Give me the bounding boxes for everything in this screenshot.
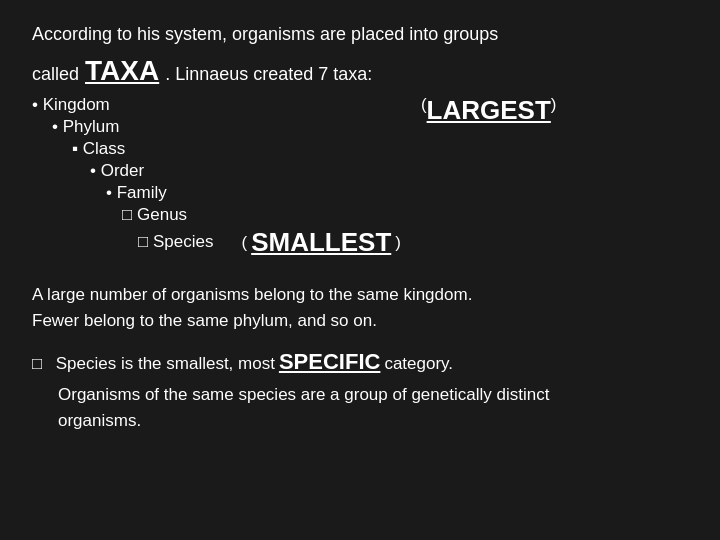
taxa-word: TAXA bbox=[85, 55, 159, 87]
called-text: called bbox=[32, 64, 79, 85]
phylum-label: Phylum bbox=[63, 117, 120, 136]
species-bullet: □ bbox=[138, 232, 153, 251]
bottom-section: A large number of organisms belong to th… bbox=[32, 282, 688, 433]
kingdom-label: Kingdom bbox=[43, 95, 110, 114]
order-bullet: • bbox=[90, 161, 101, 180]
largest-area: ( LARGEST ) bbox=[401, 95, 688, 126]
species-label: Species bbox=[153, 232, 213, 251]
phylum-bullet: • bbox=[52, 117, 63, 136]
species-desc: Organisms of the same species are a grou… bbox=[32, 382, 688, 433]
family-bullet: • bbox=[106, 183, 117, 202]
taxa-line: called TAXA . Linnaeus created 7 taxa: bbox=[32, 55, 688, 87]
list-and-labels: • Kingdom • Phylum ▪ Class • Order • Fam… bbox=[32, 95, 688, 258]
species-pre: Species is the smallest, most bbox=[56, 351, 275, 377]
species-and-smallest: □ Species ( SMALLEST ) bbox=[32, 227, 401, 258]
genus-bullet: □ bbox=[122, 205, 137, 224]
taxa-mid: . Linnaeus created 7 taxa: bbox=[165, 64, 372, 85]
smallest-area: ( SMALLEST ) bbox=[241, 227, 400, 258]
bottom-para: A large number of organisms belong to th… bbox=[32, 282, 688, 333]
smallest-word: SMALLEST bbox=[251, 227, 391, 258]
taxa-list: • Kingdom • Phylum ▪ Class • Order • Fam… bbox=[32, 95, 401, 258]
largest-word: LARGEST bbox=[427, 95, 551, 126]
kingdom-bullet: • bbox=[32, 95, 43, 114]
species-desc2: organisms. bbox=[58, 408, 688, 434]
slide-content: According to his system, organisms are p… bbox=[32, 24, 688, 433]
list-species: □ Species bbox=[32, 232, 213, 252]
list-order: • Order bbox=[32, 161, 401, 181]
class-bullet: ▪ bbox=[72, 139, 83, 158]
order-label: Order bbox=[101, 161, 144, 180]
list-genus: □ Genus bbox=[32, 205, 401, 225]
family-label: Family bbox=[117, 183, 167, 202]
largest-close: ) bbox=[551, 95, 557, 115]
species-desc1: Organisms of the same species are a grou… bbox=[58, 382, 688, 408]
genus-label: Genus bbox=[137, 205, 187, 224]
list-class: ▪ Class bbox=[32, 139, 401, 159]
bottom-line1: A large number of organisms belong to th… bbox=[32, 282, 688, 308]
species-post: category. bbox=[384, 351, 453, 377]
smallest-close: ) bbox=[395, 233, 401, 253]
intro-line: According to his system, organisms are p… bbox=[32, 24, 688, 45]
list-kingdom: • Kingdom bbox=[32, 95, 401, 115]
specific-word: SPECIFIC bbox=[279, 345, 380, 378]
list-phylum: • Phylum bbox=[32, 117, 401, 137]
species-bullet-bottom: □ bbox=[32, 351, 52, 377]
smallest-open: ( bbox=[241, 233, 247, 253]
species-row: □ Species is the smallest, most SPECIFIC… bbox=[32, 345, 688, 378]
bottom-line2: Fewer belong to the same phylum, and so … bbox=[32, 308, 688, 334]
class-label: Class bbox=[83, 139, 126, 158]
list-family: • Family bbox=[32, 183, 401, 203]
species-line: □ Species is the smallest, most SPECIFIC… bbox=[32, 345, 688, 433]
